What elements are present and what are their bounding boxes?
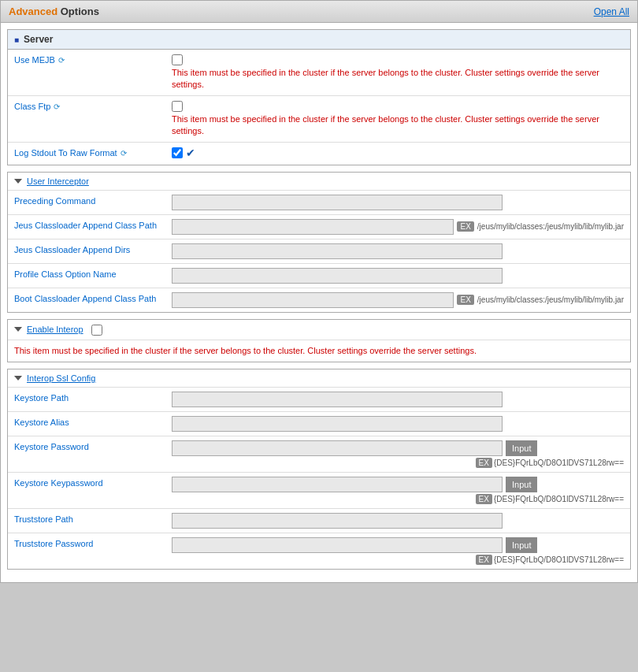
keystore-keypassword-line: Input	[172, 477, 624, 492]
preceding-command-label: Preceding Command	[8, 191, 165, 212]
keystore-password-input[interactable]	[172, 440, 503, 456]
profile-class-label: Profile Class Option Name	[8, 264, 165, 285]
truststore-password-input[interactable]	[172, 537, 503, 553]
preceding-command-content	[165, 191, 630, 214]
log-stdout-row: Log Stdout To Raw Format ⟳ ✔	[8, 143, 630, 165]
enable-interop-title: Enable Interop	[27, 325, 83, 334]
keystore-keypassword-input[interactable]	[172, 477, 503, 492]
ex-text-kkp: {DES}FQrLbQ/D8O1lDVS71L28rw==	[494, 495, 624, 503]
use-mejb-warning: This item must be specified in the clust…	[172, 67, 624, 91]
jeus-append-dirs-content	[165, 239, 630, 263]
truststore-password-content: Input EX {DES}FQrLbQ/D8O1lDVS71L28rw==	[165, 533, 630, 569]
truststore-path-row: Truststore Path	[8, 509, 630, 533]
keystore-password-label: Keystore Password	[8, 436, 165, 458]
ex-badge-boot-class: EX	[457, 295, 473, 305]
sync-icon-ftp: ⟳	[54, 102, 60, 113]
ex-badge-jeus-class: EX	[457, 221, 473, 232]
boot-append-class-path-label: Boot Classloader Append Class Path	[8, 288, 165, 310]
open-all-link[interactable]: Open All	[594, 6, 629, 17]
keystore-password-hint: EX {DES}FQrLbQ/D8O1lDVS71L28rw==	[172, 458, 624, 468]
title-options: Options	[57, 6, 99, 17]
user-interceptor-section: User Interceptor Preceding Command Jeus …	[7, 172, 631, 313]
keystore-password-input-btn[interactable]: Input	[506, 440, 537, 456]
jeus-append-dirs-row: Jeus Classloader Append Dirs	[8, 239, 630, 264]
enable-interop-checkbox[interactable]	[91, 325, 102, 336]
preceding-command-input[interactable]	[172, 195, 503, 210]
keystore-password-line: Input	[172, 440, 624, 456]
jeus-append-class-path-content: EX /jeus/mylib/classes:/jeus/mylib/lib/m…	[165, 215, 630, 239]
keystore-alias-label: Keystore Alias	[8, 412, 165, 433]
keystore-keypassword-label: Keystore Keypassword	[8, 473, 165, 494]
truststore-path-label: Truststore Path	[8, 509, 165, 530]
log-stdout-label: Log Stdout To Raw Format ⟳	[8, 143, 165, 164]
check-icon: ✔	[186, 147, 195, 159]
class-ftp-warning: This item must be specified in the clust…	[172, 113, 624, 138]
panel-body: ■ Server Use MEJB ⟳ This item must be sp…	[1, 23, 637, 582]
boot-append-class-path-content: EX /jeus/mylib/classes:/jeus/mylib/lib/m…	[165, 288, 630, 312]
class-ftp-row: Class Ftp ⟳ This item must be specified …	[8, 96, 630, 143]
sync-icon-log: ⟳	[121, 148, 127, 159]
jeus-append-dirs-input[interactable]	[172, 243, 503, 259]
panel-title: Advanced Options	[9, 6, 99, 17]
keystore-path-row: Keystore Path	[8, 388, 630, 412]
jeus-append-class-path-input[interactable]	[172, 219, 454, 235]
keystore-alias-row: Keystore Alias	[8, 412, 630, 436]
collapse-icon-interop	[14, 327, 22, 332]
jeus-append-class-path-field-wrap: EX /jeus/mylib/classes:/jeus/mylib/lib/m…	[172, 219, 624, 235]
use-mejb-label: Use MEJB ⟳	[8, 50, 165, 71]
class-ftp-label: Class Ftp ⟳	[8, 96, 165, 117]
sync-icon-mejb: ⟳	[58, 55, 65, 66]
use-mejb-row: Use MEJB ⟳ This item must be specified i…	[8, 50, 630, 96]
boot-append-class-path-field-wrap: EX /jeus/mylib/classes:/jeus/mylib/lib/m…	[172, 292, 624, 308]
collapse-icon-ssl	[14, 376, 22, 381]
truststore-password-label: Truststore Password	[8, 533, 165, 555]
use-mejb-checkbox[interactable]	[172, 54, 183, 65]
keystore-alias-content	[165, 412, 630, 436]
truststore-password-line: Input	[172, 537, 624, 553]
boot-append-class-path-row: Boot Classloader Append Class Path EX /j…	[8, 288, 630, 312]
jeus-append-class-path-row: Jeus Classloader Append Class Path EX /j…	[8, 215, 630, 239]
ex-text-kp: {DES}FQrLbQ/D8O1lDVS71L28rw==	[494, 459, 624, 467]
log-stdout-content: ✔	[165, 143, 630, 163]
enable-interop-warning: This item must be specified in the clust…	[14, 346, 477, 355]
keystore-alias-input[interactable]	[172, 416, 503, 432]
ex-badge-kkp: EX	[476, 494, 492, 504]
user-interceptor-title: User Interceptor	[27, 176, 89, 186]
ex-badge-kp: EX	[476, 458, 492, 468]
truststore-password-hint: EX {DES}FQrLbQ/D8O1lDVS71L28rw==	[172, 555, 624, 565]
keystore-keypassword-content: Input EX {DES}FQrLbQ/D8O1lDVS71L28rw==	[165, 473, 630, 508]
server-section-header: ■ Server	[8, 30, 630, 50]
truststore-path-input[interactable]	[172, 513, 503, 529]
keystore-path-label: Keystore Path	[8, 388, 165, 409]
profile-class-input[interactable]	[172, 268, 503, 284]
use-mejb-content: This item must be specified in the clust…	[165, 50, 630, 95]
truststore-path-content	[165, 509, 630, 533]
keystore-keypassword-hint: EX {DES}FQrLbQ/D8O1lDVS71L28rw==	[172, 494, 624, 504]
keystore-path-content	[165, 388, 630, 411]
keystore-path-input[interactable]	[172, 392, 503, 407]
keystore-keypassword-input-btn[interactable]: Input	[506, 477, 537, 492]
panel-header: Advanced Options Open All	[1, 1, 637, 23]
interop-ssl-section: Interop Ssl Config Keystore Path Keystor…	[7, 369, 631, 570]
boot-append-class-path-input[interactable]	[172, 292, 454, 308]
title-advanced: Advanced	[9, 6, 57, 17]
interop-ssl-header[interactable]: Interop Ssl Config	[8, 369, 630, 388]
ex-text-boot-class: /jeus/mylib/classes:/jeus/mylib/lib/myli…	[477, 295, 624, 304]
keystore-keypassword-row: Keystore Keypassword Input EX {DES}FQrLb…	[8, 473, 630, 509]
profile-class-row: Profile Class Option Name	[8, 264, 630, 288]
enable-interop-section: Enable Interop This item must be specifi…	[7, 319, 631, 362]
user-interceptor-header[interactable]: User Interceptor	[8, 173, 630, 191]
server-section-icon: ■	[14, 35, 19, 44]
keystore-password-row: Keystore Password Input EX {DES}FQrLbQ/D…	[8, 436, 630, 473]
log-stdout-checkbox[interactable]	[172, 147, 183, 158]
ex-badge-tp: EX	[476, 555, 492, 565]
truststore-password-input-btn[interactable]: Input	[506, 537, 537, 553]
advanced-options-panel: Advanced Options Open All ■ Server Use M…	[0, 0, 638, 583]
jeus-append-class-path-label: Jeus Classloader Append Class Path	[8, 215, 165, 236]
ex-text-jeus-class: /jeus/mylib/classes:/jeus/mylib/lib/myli…	[477, 222, 624, 231]
ex-text-tp: {DES}FQrLbQ/D8O1lDVS71L28rw==	[494, 555, 624, 564]
server-section: ■ Server Use MEJB ⟳ This item must be sp…	[7, 29, 631, 165]
enable-interop-header[interactable]: Enable Interop	[8, 320, 630, 340]
interop-ssl-title: Interop Ssl Config	[27, 373, 95, 383]
class-ftp-checkbox[interactable]	[172, 101, 183, 112]
